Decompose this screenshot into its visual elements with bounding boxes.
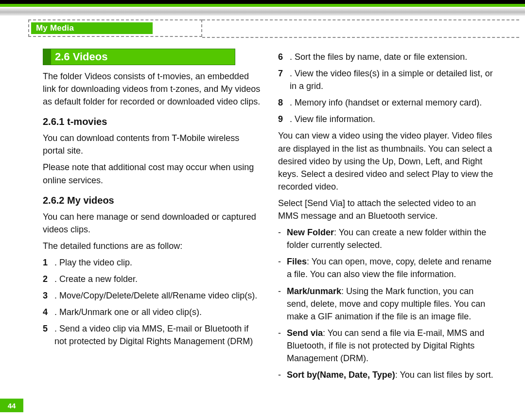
section-title: 2.6 Videos bbox=[51, 49, 235, 65]
bullet-label: New Folder bbox=[287, 228, 334, 237]
item-text: New Folder: You can create a new folder … bbox=[285, 226, 497, 251]
list-item: 5 . Send a video clip via MMS, E-mail or… bbox=[43, 322, 262, 348]
dashed-rule-top bbox=[202, 19, 519, 20]
list-item: 8 . Memory info (handset or external mem… bbox=[278, 96, 497, 109]
numbered-list-left: 1 . Play the video clip. 2 . Create a ne… bbox=[43, 256, 262, 348]
column-right: 6 . Sort the files by name, date or file… bbox=[278, 49, 497, 385]
banner-accent-bar bbox=[43, 49, 51, 65]
tmovies-para2: Please note that additional cost may occ… bbox=[43, 161, 262, 186]
subsection-myvideos-title: 2.6.2 My videos bbox=[43, 193, 262, 208]
list-item: - Sort by(Name, Date, Type): You can lis… bbox=[278, 368, 497, 381]
manual-page: My Media 2.6 Videos The folder Videos co… bbox=[0, 0, 525, 420]
bullet-label: Send via bbox=[287, 328, 323, 338]
item-number: 3 bbox=[43, 289, 52, 302]
item-text: Send via: You can send a file via E-mail… bbox=[285, 327, 497, 365]
item-number: 9 bbox=[278, 113, 288, 125]
item-text: . Memory info (handset or external memor… bbox=[288, 96, 482, 109]
numbered-list-right: 6 . Sort the files by name, date or file… bbox=[278, 51, 497, 125]
breadcrumb-row: My Media bbox=[28, 16, 525, 43]
page-number-badge: 44 bbox=[0, 399, 23, 412]
section-intro: The folder Videos consists of t-movies, … bbox=[43, 70, 262, 108]
item-text: . Create a new folder. bbox=[52, 273, 138, 285]
myvideos-para2: The detailed functions are as follow: bbox=[43, 240, 262, 252]
col2-para1: You can view a video using the video pla… bbox=[278, 129, 497, 192]
item-number: 6 bbox=[278, 51, 288, 63]
list-item: - Mark/unmark: Using the Mark function, … bbox=[278, 285, 497, 323]
item-text: . Send a video clip via MMS, E-mail or B… bbox=[52, 322, 262, 348]
list-item: - Send via: You can send a file via E-ma… bbox=[278, 327, 497, 365]
item-text: . Mark/Unmark one or all video clip(s). bbox=[52, 306, 202, 318]
bullet-dash: - bbox=[278, 226, 285, 251]
bullet-dash: - bbox=[278, 255, 285, 280]
bullet-label: Files bbox=[287, 257, 307, 266]
bullet-dash: - bbox=[278, 368, 285, 381]
column-left: 2.6 Videos The folder Videos consists of… bbox=[43, 49, 262, 385]
list-item: - New Folder: You can create a new folde… bbox=[278, 226, 497, 251]
item-number: 4 bbox=[43, 306, 52, 318]
dashed-rule-bottom bbox=[202, 37, 519, 38]
tmovies-para1: You can download contents from T-Mobile … bbox=[43, 132, 262, 157]
col2-para2: Select [Send Via] to attach the selected… bbox=[278, 197, 497, 222]
item-text: . Move/Copy/Delete/Delete all/Rename vid… bbox=[52, 289, 257, 302]
list-item: 6 . Sort the files by name, date or file… bbox=[278, 51, 497, 63]
item-text: . Play the video clip. bbox=[52, 256, 132, 269]
item-number: 1 bbox=[43, 256, 52, 269]
subsection-tmovies-title: 2.6.1 t-movies bbox=[43, 115, 262, 129]
content-columns: 2.6 Videos The folder Videos consists of… bbox=[0, 43, 525, 385]
bullet-text: : You can list files by sort. bbox=[395, 370, 493, 380]
item-text: . Sort the files by name, date or file e… bbox=[288, 51, 467, 63]
list-item: - Files: You can open, move, copy, delet… bbox=[278, 255, 497, 280]
item-text: . View file information. bbox=[288, 113, 375, 125]
top-bar-black bbox=[0, 0, 525, 4]
item-text: . View the video files(s) in a simple or… bbox=[288, 67, 497, 92]
item-number: 7 bbox=[278, 67, 288, 92]
item-number: 2 bbox=[43, 273, 52, 285]
item-number: 5 bbox=[43, 322, 52, 348]
list-item: 7 . View the video files(s) in a simple … bbox=[278, 67, 497, 92]
section-banner: 2.6 Videos bbox=[43, 49, 235, 65]
bullet-label: Sort by(Name, Date, Type) bbox=[287, 370, 395, 380]
item-text: Mark/unmark: Using the Mark function, yo… bbox=[285, 285, 497, 323]
breadcrumb: My Media bbox=[31, 22, 153, 34]
item-text: Files: You can open, move, copy, delete … bbox=[285, 255, 497, 280]
list-item: 3 . Move/Copy/Delete/Delete all/Rename v… bbox=[43, 289, 262, 302]
bullet-dash: - bbox=[278, 285, 285, 323]
bullet-label: Mark/unmark bbox=[287, 286, 341, 296]
item-text: Sort by(Name, Date, Type): You can list … bbox=[285, 368, 493, 381]
list-item: 1 . Play the video clip. bbox=[43, 256, 262, 269]
list-item: 2 . Create a new folder. bbox=[43, 273, 262, 285]
list-item: 4 . Mark/Unmark one or all video clip(s)… bbox=[43, 306, 262, 318]
bullet-list: - New Folder: You can create a new folde… bbox=[278, 226, 497, 381]
myvideos-para1: You can here manage or send downloaded o… bbox=[43, 210, 262, 236]
top-bar-gray bbox=[0, 7, 525, 16]
bullet-dash: - bbox=[278, 327, 285, 365]
bullet-text: : You can open, move, copy, delete and r… bbox=[287, 257, 491, 279]
item-number: 8 bbox=[278, 96, 288, 109]
list-item: 9 . View file information. bbox=[278, 113, 497, 125]
